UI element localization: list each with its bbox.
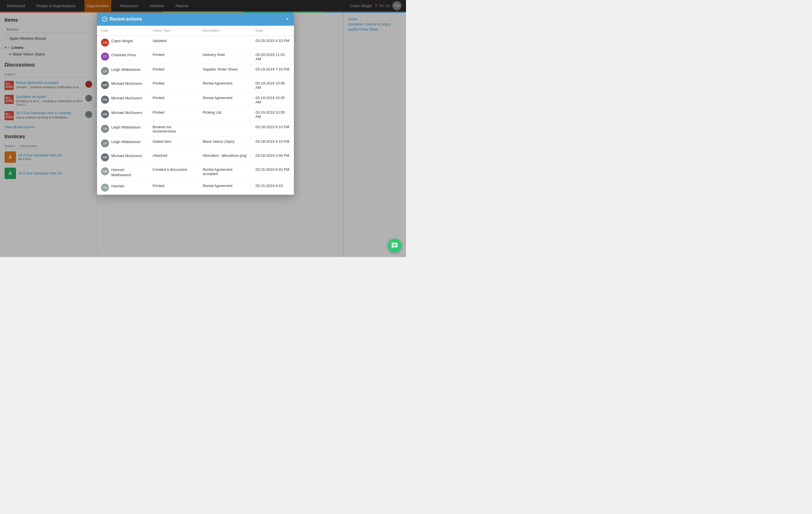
col-date: Date	[251, 26, 294, 36]
user-cell-inner-3: LWLeigh Widdowson	[101, 67, 145, 75]
table-row-5: MMMichael McGovernPrintedRental Agreemen…	[97, 93, 294, 107]
user-avatar-9: MM	[101, 153, 109, 161]
user-cell-inner-11: HMHannah	[101, 184, 145, 192]
user-name-9: Michael McGovern	[111, 153, 142, 159]
date-cell-7: 03-18-2019 9:10 PM	[251, 122, 294, 136]
user-avatar-6: MM	[101, 110, 109, 118]
user-cell-11: HMHannah	[97, 181, 149, 195]
col-action-type: Action Type	[149, 26, 199, 36]
user-cell-inner-8: LWLeigh Widdowson	[101, 139, 145, 147]
description-cell-7	[199, 122, 251, 136]
modal-close-button[interactable]: ×	[286, 17, 289, 22]
user-cell-inner-9: MMMichael McGovern	[101, 153, 145, 161]
table-row-10: HMHannah MatthewsonCreated a discussionR…	[97, 164, 294, 181]
user-cell-2: CPCharlotte Price	[97, 50, 149, 64]
table-row-6: MMMichael McGovernPrintedPicking List03-…	[97, 107, 294, 122]
modal-title: Recent actions	[102, 17, 142, 22]
description-cell-11: Rental Agreement	[199, 181, 251, 195]
user-name-8: Leigh Widdowson	[111, 139, 141, 144]
chat-icon	[391, 242, 398, 249]
recent-actions-modal: Recent actions × User Action Type Descri…	[97, 12, 294, 195]
modal-header: Recent actions ×	[97, 12, 294, 26]
description-cell-9: Allocation: 'allocations.png'	[199, 151, 251, 164]
user-cell-8: LWLeigh Widdowson	[97, 136, 149, 151]
table-row-8: LWLeigh WiddowsonAdded itemBlack Velour …	[97, 136, 294, 151]
date-cell-6: 03-19-2019 10:05 AM	[251, 107, 294, 122]
action-cell-2: Printed	[149, 50, 199, 64]
user-avatar-2: CP	[101, 53, 109, 60]
chat-widget[interactable]	[388, 239, 401, 252]
user-cell-10: HMHannah Matthewson	[97, 164, 149, 181]
user-avatar-5: MM	[101, 96, 109, 104]
action-cell-4: Printed	[149, 78, 199, 93]
user-cell-9: MMMichael McGovern	[97, 151, 149, 164]
user-cell-5: MMMichael McGovern	[97, 93, 149, 107]
date-cell-2: 03-20-2019 11:02 AM	[251, 50, 294, 64]
user-cell-6: MMMichael McGovern	[97, 107, 149, 122]
action-cell-6: Printed	[149, 107, 199, 122]
user-cell-inner-2: CPCharlotte Price	[101, 53, 145, 60]
user-name-7: Leigh Widdowson	[111, 125, 141, 130]
clock-icon	[102, 17, 107, 22]
user-avatar-11: HM	[101, 184, 109, 192]
user-cell-7: LWLeigh Widdowson	[97, 122, 149, 136]
description-cell-5: Rental Agreement	[199, 93, 251, 107]
user-avatar-4: MM	[101, 81, 109, 89]
table-row-2: CPCharlotte PricePrintedDelivery Note03-…	[97, 50, 294, 64]
action-cell-1: Updated	[149, 36, 199, 50]
user-name-6: Michael McGovern	[111, 110, 142, 115]
date-cell-8: 03-18-2019 9:10 PM	[251, 136, 294, 151]
user-name-5: Michael McGovern	[111, 96, 142, 101]
user-name-1: Catrin Wright	[111, 38, 133, 44]
user-cell-1: CWCatrin Wright	[97, 36, 149, 50]
date-cell-10: 03-15-2019 9:43 PM	[251, 164, 294, 181]
user-avatar-10: HM	[101, 167, 109, 175]
date-cell-9: 03-18-2019 2:48 PM	[251, 151, 294, 164]
action-cell-10: Created a discussion	[149, 164, 199, 181]
user-cell-inner-10: HMHannah Matthewson	[101, 167, 145, 178]
user-name-10: Hannah Matthewson	[111, 167, 145, 178]
user-cell-inner-4: MMMichael McGovern	[101, 81, 145, 89]
date-cell-5: 03-19-2019 10:05 AM	[251, 93, 294, 107]
date-cell-3: 03-19-2019 7:10 PM	[251, 64, 294, 78]
date-cell-4: 03-19-2019 10:05 AM	[251, 78, 294, 93]
user-cell-inner-5: MMMichael McGovern	[101, 96, 145, 104]
modal-body: User Action Type Description Date CWCatr…	[97, 26, 294, 195]
description-cell-10: Rental Agreement accepted	[199, 164, 251, 181]
table-row-7: LWLeigh WiddowsonBooked out stock/servic…	[97, 122, 294, 136]
user-cell-inner-7: LWLeigh Widdowson	[101, 125, 145, 133]
user-avatar-1: CW	[101, 38, 109, 47]
user-name-3: Leigh Widdowson	[111, 67, 141, 72]
user-cell-inner-1: CWCatrin Wright	[101, 38, 145, 47]
description-cell-2: Delivery Note	[199, 50, 251, 64]
user-name-4: Michael McGovern	[111, 81, 142, 86]
table-row-9: MMMichael McGovernAttachedAllocation: 'a…	[97, 151, 294, 164]
description-cell-3: Supplier Order Sheet	[199, 64, 251, 78]
user-cell-inner-6: MMMichael McGovern	[101, 110, 145, 118]
table-row-3: LWLeigh WiddowsonPrintedSupplier Order S…	[97, 64, 294, 78]
action-cell-9: Attached	[149, 151, 199, 164]
col-user: User	[97, 26, 149, 36]
user-avatar-7: LW	[101, 125, 109, 133]
col-description: Description	[199, 26, 251, 36]
description-cell-1	[199, 36, 251, 50]
description-cell-4: Rental Agreement	[199, 78, 251, 93]
action-cell-11: Printed	[149, 181, 199, 195]
table-row-1: CWCatrin WrightUpdated03-20-2019 4:10 PM	[97, 36, 294, 50]
description-cell-8: Black Velour (Sqm)	[199, 136, 251, 151]
date-cell-11: 03-15-2019 9:43	[251, 181, 294, 195]
table-row-11: HMHannahPrintedRental Agreement03-15-201…	[97, 181, 294, 195]
action-cell-3: Printed	[149, 64, 199, 78]
action-cell-7: Booked out stock/services	[149, 122, 199, 136]
user-cell-3: LWLeigh Widdowson	[97, 64, 149, 78]
action-cell-5: Printed	[149, 93, 199, 107]
user-avatar-3: LW	[101, 67, 109, 75]
table-row-4: MMMichael McGovernPrintedRental Agreemen…	[97, 78, 294, 93]
user-name-2: Charlotte Price	[111, 53, 136, 58]
user-cell-4: MMMichael McGovern	[97, 78, 149, 93]
description-cell-6: Picking List	[199, 107, 251, 122]
date-cell-1: 03-20-2019 4:10 PM	[251, 36, 294, 50]
action-cell-8: Added item	[149, 136, 199, 151]
user-name-11: Hannah	[111, 184, 124, 189]
recent-actions-table: User Action Type Description Date CWCatr…	[97, 26, 294, 195]
